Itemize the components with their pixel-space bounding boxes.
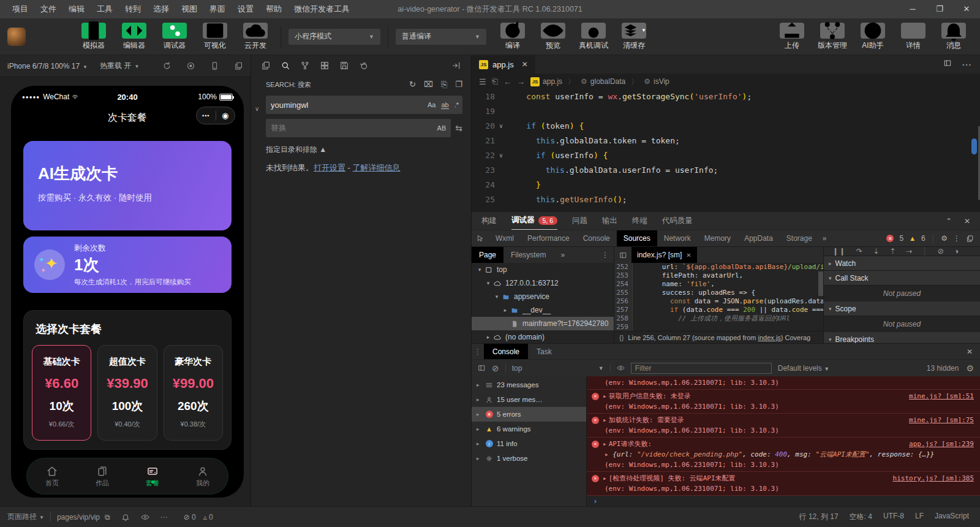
- package-超值次卡[interactable]: 超值次卡¥39.90100次¥0.40/次: [97, 345, 157, 441]
- menu-视图[interactable]: 视图: [175, 0, 203, 18]
- problem-warnings[interactable]: ▵ 0: [203, 513, 213, 521]
- open-search-editor-icon[interactable]: ⎘: [441, 80, 447, 89]
- package-基础次卡[interactable]: 基础次卡¥6.6010次¥0.66/次: [32, 345, 91, 441]
- files-icon[interactable]: [261, 61, 271, 70]
- menu-编辑[interactable]: 编辑: [62, 0, 91, 18]
- levels-select[interactable]: Default levels ▼: [778, 364, 829, 373]
- source-scrollbar[interactable]: [818, 271, 823, 296]
- hot-reload-toggle[interactable]: 热重载 开▼: [100, 61, 139, 71]
- devtools-settings-icon[interactable]: ⚙: [941, 234, 948, 243]
- menu-工具[interactable]: 工具: [91, 0, 119, 18]
- status-JavaScript[interactable]: JavaScript: [935, 512, 969, 522]
- console-message[interactable]: ✕▸[检查待处理视频] 失败: 云端API未配置history.js? [sm]…: [587, 472, 980, 496]
- source-line-255[interactable]: 255 success: uploadRes => {: [614, 289, 823, 297]
- statusbar-more-icon[interactable]: ⋯: [160, 513, 168, 521]
- source-line-258[interactable]: 258 // 上传成功，使用服务器返回的URl: [614, 314, 823, 323]
- tree-more-tabs[interactable]: »: [553, 247, 572, 263]
- collapse-panel-icon[interactable]: ⌃: [946, 217, 952, 226]
- close-tab-icon[interactable]: ✕: [522, 60, 528, 69]
- step-into-icon[interactable]: ⇣: [873, 247, 879, 256]
- status--12-17[interactable]: 行 12, 列 17: [799, 512, 839, 522]
- source-link[interactable]: mine.js? [sm]:75: [909, 415, 974, 425]
- right-button-AI助手[interactable]: AI助手: [855, 23, 891, 51]
- console-message[interactable]: (env: Windows,mp,1.06.2310071; lib: 3.10…: [587, 376, 980, 390]
- mode-button-可视化[interactable]: 可视化: [197, 23, 233, 51]
- device-frame-icon[interactable]: [210, 61, 219, 70]
- detach-window-icon[interactable]: [234, 61, 243, 70]
- current-page-path[interactable]: pages/vip/vip: [57, 513, 100, 521]
- inspect-element-icon[interactable]: [477, 235, 484, 243]
- action-button-预览[interactable]: 预览: [535, 23, 571, 51]
- tab-filesystem[interactable]: Filesystem: [503, 247, 553, 263]
- dock-icon[interactable]: [966, 235, 974, 243]
- deactivate-breakpoints-icon[interactable]: ⊘: [938, 247, 944, 256]
- tree-node-127.0.0.1:63712[interactable]: ▾127.0.0.1:63712: [472, 276, 614, 290]
- devtools-tab-Console[interactable]: Console: [576, 230, 617, 247]
- console-filter-15 user mes…[interactable]: ▸15 user mes…: [472, 392, 586, 407]
- tree-node-(no domain)[interactable]: ▸(no domain): [472, 330, 614, 344]
- action-button-编译[interactable]: 编译: [495, 23, 530, 51]
- tab-console[interactable]: Console: [484, 344, 528, 360]
- panel-tab-调试器[interactable]: 调试器5, 6: [511, 212, 557, 230]
- tabbar-item-我的[interactable]: 我的: [178, 458, 228, 494]
- close-source-tab-icon[interactable]: ✕: [686, 252, 691, 259]
- editor-more-icon[interactable]: ⋯: [962, 59, 971, 70]
- code-line-25[interactable]: 25 this.getUserInfo();: [472, 192, 980, 207]
- close-panel-icon[interactable]: ✕: [964, 217, 970, 226]
- more-menu-icon[interactable]: •••: [197, 113, 216, 119]
- status-LF[interactable]: LF: [915, 512, 924, 522]
- page-path-select[interactable]: 页面路径▼: [7, 512, 44, 522]
- maximize-button[interactable]: ❐: [926, 0, 953, 18]
- debug-section-Scope[interactable]: ▾Scope: [824, 301, 980, 316]
- breadcrumb-symbol[interactable]: ⚙globalData: [581, 77, 625, 86]
- drag-handle-icon[interactable]: ⋮: [472, 347, 484, 356]
- collapse-panel-icon[interactable]: [451, 61, 461, 70]
- toggle-sidebar-icon[interactable]: [619, 251, 627, 259]
- debug-section-Watch[interactable]: ▸Watch: [824, 256, 980, 271]
- context-select[interactable]: top▼: [512, 364, 604, 373]
- devtools-tab-Sources[interactable]: Sources: [617, 230, 657, 247]
- action-button-真机调试[interactable]: 真机调试: [576, 23, 611, 51]
- split-editor-icon[interactable]: [943, 59, 952, 67]
- source-link[interactable]: app.js? [sm]:239: [909, 439, 974, 449]
- copy-path-icon[interactable]: ⧉: [105, 513, 110, 521]
- capsule-menu[interactable]: ••• ◉: [196, 107, 235, 124]
- devtools-tab-AppData[interactable]: AppData: [737, 230, 780, 247]
- tree-node-mainframe?t=1762942780[interactable]: mainframe?t=1762942780: [472, 317, 614, 330]
- panel-tab-终端[interactable]: 终端: [632, 212, 647, 230]
- regex-toggle[interactable]: .*: [454, 101, 459, 109]
- status--4[interactable]: 空格: 4: [850, 512, 872, 522]
- source-line-259[interactable]: 259: [614, 323, 823, 331]
- search-input[interactable]: youmingwl Aa ab .*: [266, 96, 462, 114]
- menu-微信开发者工具[interactable]: 微信开发者工具: [288, 0, 356, 18]
- step-out-icon[interactable]: ⇡: [889, 247, 895, 256]
- debug-section-Breakpoints[interactable]: ▾Breakpoints: [824, 332, 980, 343]
- avatar[interactable]: [7, 28, 26, 46]
- back-icon[interactable]: ←: [503, 77, 511, 86]
- preview-icon[interactable]: [141, 513, 149, 521]
- eye-icon[interactable]: [617, 364, 625, 372]
- filter-input[interactable]: Filter: [631, 363, 772, 374]
- device-select[interactable]: iPhone 6/7/8 100% 17▼: [7, 62, 88, 70]
- code-line-18[interactable]: 18 const userInfo = wx.getStorageSync('u…: [472, 89, 980, 104]
- source-line-257[interactable]: 257 if (data.code === 200 || data.code =…: [614, 306, 823, 314]
- replace-all-icon[interactable]: ⇆: [455, 123, 462, 133]
- mode-button-调试器[interactable]: 调试器: [157, 23, 192, 51]
- stop-icon[interactable]: [186, 61, 195, 70]
- outline-icon[interactable]: ☰: [479, 77, 486, 86]
- tree-menu-icon[interactable]: ⋮: [601, 251, 609, 259]
- toggle-replace-icon[interactable]: ∨: [255, 105, 259, 112]
- learn-more-link[interactable]: 了解详细信息: [353, 163, 401, 172]
- scheme-select[interactable]: 小程序模式▼: [288, 29, 380, 45]
- source-line-254[interactable]: 254 name: 'file',: [614, 280, 823, 289]
- source-code[interactable]: 252 url: `${app.globalData.apiBase}/uplo…: [614, 263, 823, 331]
- minimize-button[interactable]: ─: [899, 0, 926, 18]
- panel-tab-输出[interactable]: 输出: [602, 212, 617, 230]
- status-UTF-8[interactable]: UTF-8: [883, 512, 904, 522]
- compile-mode-select[interactable]: 普通编译▼: [396, 29, 486, 45]
- devtools-tab-Memory[interactable]: Memory: [698, 230, 737, 247]
- tab-indexjs[interactable]: index.js? [sm]✕: [631, 247, 697, 263]
- code-line-24[interactable]: 24 }: [472, 178, 980, 192]
- open-settings-link[interactable]: 打开设置: [314, 163, 345, 172]
- right-button-上传[interactable]: 上传: [774, 23, 810, 51]
